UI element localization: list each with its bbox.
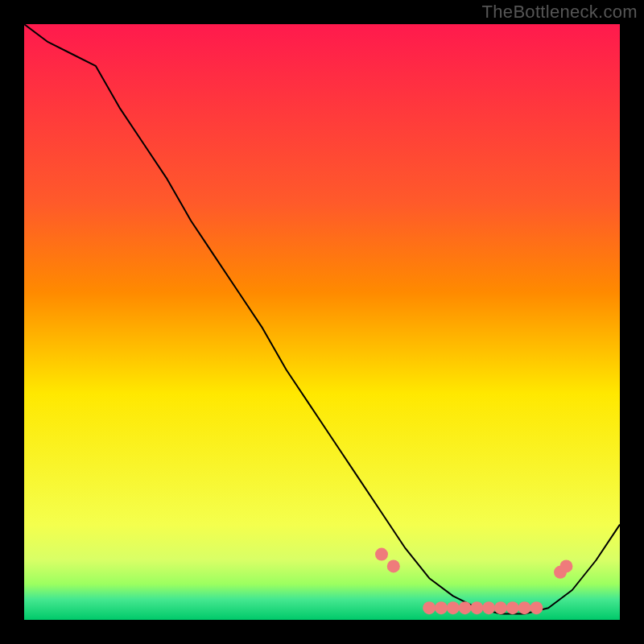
sample-point bbox=[518, 601, 531, 614]
watermark-text: TheBottleneck.com bbox=[482, 2, 638, 23]
sample-point bbox=[470, 601, 483, 614]
sample-point bbox=[494, 601, 507, 614]
plot-area bbox=[24, 24, 620, 620]
chart-svg bbox=[24, 24, 620, 620]
heatmap-background bbox=[24, 24, 620, 620]
sample-point bbox=[530, 601, 543, 614]
sample-point bbox=[447, 601, 460, 614]
chart-frame: TheBottleneck.com bbox=[0, 0, 644, 644]
sample-point bbox=[559, 559, 572, 572]
sample-point bbox=[387, 559, 400, 572]
sample-point bbox=[459, 601, 472, 614]
sample-point bbox=[375, 548, 388, 561]
sample-point bbox=[482, 601, 495, 614]
sample-point bbox=[435, 601, 448, 614]
sample-point bbox=[423, 601, 436, 614]
sample-point bbox=[506, 601, 519, 614]
